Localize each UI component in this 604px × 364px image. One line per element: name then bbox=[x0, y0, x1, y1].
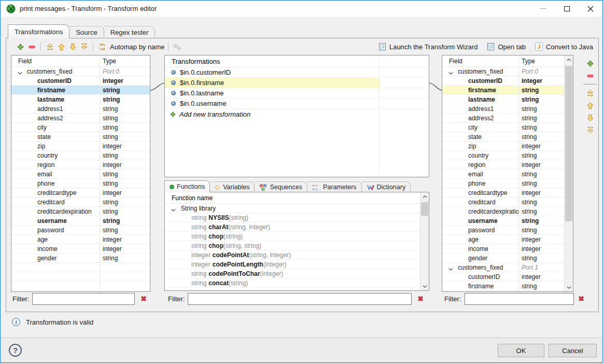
automap-label[interactable]: Automap by name bbox=[110, 43, 165, 51]
field-row[interactable]: regioninteger bbox=[11, 160, 150, 170]
tab-dictionary[interactable]: Dictionary bbox=[362, 181, 411, 192]
function-name-header[interactable]: Function name bbox=[165, 192, 420, 204]
open-tab-button[interactable]: Open tab bbox=[487, 43, 526, 51]
field-row[interactable]: citystring bbox=[11, 123, 150, 132]
scroll-down-arrow-icon[interactable] bbox=[565, 283, 573, 291]
field-row[interactable]: passwordstring bbox=[442, 226, 564, 235]
field-row[interactable]: creditcardtypeinteger bbox=[442, 188, 564, 198]
minimize-button[interactable] bbox=[531, 1, 555, 17]
field-row[interactable]: passwordstring bbox=[11, 226, 150, 235]
cancel-button[interactable]: Cancel bbox=[549, 344, 597, 357]
ok-button[interactable]: OK bbox=[498, 344, 544, 357]
input-filter-clear-button[interactable]: ✖ bbox=[139, 294, 148, 303]
scroll-down-arrow-icon[interactable] bbox=[420, 282, 429, 290]
transformation-row[interactable]: $in.0.customerID bbox=[165, 67, 429, 78]
field-row[interactable]: statestring bbox=[11, 132, 150, 142]
column-header-field[interactable]: Field bbox=[442, 58, 518, 65]
transformation-row[interactable]: $in.0.firstname bbox=[165, 78, 429, 88]
field-row[interactable]: address1string bbox=[11, 104, 150, 114]
input-filter-field[interactable] bbox=[32, 293, 135, 305]
field-row[interactable]: phonestring bbox=[442, 179, 564, 188]
field-row[interactable]: lastnamestring bbox=[11, 95, 150, 104]
function-row[interactable]: stringcharAt(string, integer) bbox=[165, 222, 429, 232]
field-row[interactable]: incomeinteger bbox=[11, 244, 150, 254]
field-row[interactable]: firstnamestring bbox=[11, 86, 150, 95]
title-bar[interactable]: print messages - Transform - Transform e… bbox=[1, 1, 602, 17]
tab-functions[interactable]: Functions bbox=[164, 180, 210, 192]
field-row[interactable]: ageinteger bbox=[11, 235, 150, 244]
field-row[interactable]: countrystring bbox=[11, 151, 150, 160]
function-row[interactable]: stringcodePointToChar(integer) bbox=[165, 269, 429, 278]
field-row[interactable]: creditcardstring bbox=[442, 198, 564, 207]
move-to-bottom-button[interactable] bbox=[78, 41, 90, 52]
field-row[interactable]: creditcardstring bbox=[11, 198, 150, 207]
remove-transformation-button[interactable] bbox=[26, 41, 37, 52]
field-row[interactable]: emailstring bbox=[442, 170, 564, 179]
field-row[interactable]: customerIDinteger bbox=[442, 272, 564, 282]
field-row[interactable]: countrystring bbox=[442, 151, 564, 160]
scroll-up-arrow-icon[interactable] bbox=[565, 55, 573, 64]
add-transformation-button[interactable] bbox=[15, 41, 26, 52]
function-row[interactable]: integercodePointLength(integer) bbox=[165, 260, 429, 269]
record-group-row[interactable]: customers_fixedPort 0 bbox=[11, 67, 150, 76]
tab-transformations[interactable]: Transformations bbox=[8, 24, 69, 38]
functions-filter-clear-button[interactable]: ✖ bbox=[416, 294, 425, 303]
field-row[interactable]: address2string bbox=[442, 114, 564, 123]
field-row[interactable]: phonestring bbox=[11, 179, 150, 188]
move-up-button[interactable] bbox=[55, 41, 67, 52]
field-row[interactable]: creditcardexpirationstring bbox=[11, 207, 150, 216]
remove-field-button[interactable] bbox=[584, 70, 596, 81]
field-row[interactable]: customerIDinteger bbox=[11, 76, 150, 86]
record-group-row[interactable]: customers_fixedPort 0 bbox=[442, 67, 564, 76]
column-header-type[interactable]: Type bbox=[518, 58, 564, 65]
field-row[interactable]: incomeinteger bbox=[442, 244, 564, 254]
function-row[interactable]: stringchop(string, string) bbox=[165, 241, 429, 250]
help-button[interactable]: ? bbox=[9, 344, 22, 357]
field-row[interactable]: genderstring bbox=[11, 254, 150, 263]
scrollbar-thumb[interactable] bbox=[421, 202, 428, 216]
record-group-row[interactable]: customers_fixedPort 1 bbox=[442, 263, 564, 272]
move-field-to-bottom-button[interactable] bbox=[584, 124, 596, 136]
output-filter-field[interactable] bbox=[465, 293, 574, 305]
field-row[interactable]: firstnamestring bbox=[442, 86, 564, 95]
field-row[interactable]: genderstring bbox=[442, 254, 564, 263]
field-row[interactable]: usernamestring bbox=[11, 216, 150, 226]
move-down-button[interactable] bbox=[67, 41, 78, 52]
field-row[interactable]: creditcardtypeinteger bbox=[11, 188, 150, 198]
tab-regex-tester[interactable]: Regex tester bbox=[104, 26, 156, 38]
field-row[interactable]: address1string bbox=[442, 104, 564, 114]
field-row[interactable]: usernamestring bbox=[442, 216, 564, 226]
output-filter-clear-button[interactable]: ✖ bbox=[577, 294, 586, 303]
tab-sequences[interactable]: 123Sequences bbox=[255, 181, 307, 192]
move-field-down-button[interactable] bbox=[584, 112, 596, 123]
transformation-row[interactable]: $in.0.username bbox=[165, 99, 429, 109]
functions-scrollbar[interactable] bbox=[420, 192, 429, 290]
tab-parameters[interactable]: X=YA=1Parameters bbox=[307, 181, 362, 192]
field-row[interactable]: ageinteger bbox=[442, 235, 564, 244]
field-row[interactable]: emailstring bbox=[11, 170, 150, 179]
field-row[interactable]: citystring bbox=[442, 123, 564, 132]
function-library-group[interactable]: String library bbox=[165, 204, 429, 213]
transformations-header[interactable]: Transformations bbox=[165, 55, 429, 67]
field-row[interactable]: statestring bbox=[442, 132, 564, 142]
move-to-top-button[interactable] bbox=[44, 41, 55, 52]
scroll-up-arrow-icon[interactable] bbox=[420, 192, 429, 201]
column-header-type[interactable]: Type bbox=[100, 58, 150, 65]
field-row[interactable]: address2string bbox=[11, 114, 150, 123]
field-row[interactable]: zipinteger bbox=[11, 142, 150, 151]
field-row[interactable]: creditcardexpirationstring bbox=[442, 207, 564, 216]
function-row[interactable]: stringconcat(string) bbox=[165, 278, 429, 288]
tab-source[interactable]: Source bbox=[69, 26, 104, 38]
add-new-transformation-row[interactable]: Add new transformation bbox=[165, 109, 429, 119]
maximize-button[interactable] bbox=[555, 1, 579, 17]
scrollbar-thumb[interactable] bbox=[565, 66, 572, 221]
convert-to-java-button[interactable]: J Convert to Java bbox=[535, 43, 593, 51]
transformation-row[interactable]: $in.0.lastname bbox=[165, 88, 429, 99]
add-field-button[interactable] bbox=[584, 58, 596, 69]
function-row[interactable]: stringNYSIIS(string) bbox=[165, 213, 429, 222]
tab-variables[interactable]: Variables bbox=[210, 181, 255, 192]
function-row[interactable]: integercodePointAt(string, integer) bbox=[165, 250, 429, 260]
field-row[interactable]: regioninteger bbox=[442, 160, 564, 170]
launch-transform-wizard-button[interactable]: Launch the Transform Wizard bbox=[378, 43, 478, 51]
automap-button[interactable] bbox=[96, 41, 108, 52]
